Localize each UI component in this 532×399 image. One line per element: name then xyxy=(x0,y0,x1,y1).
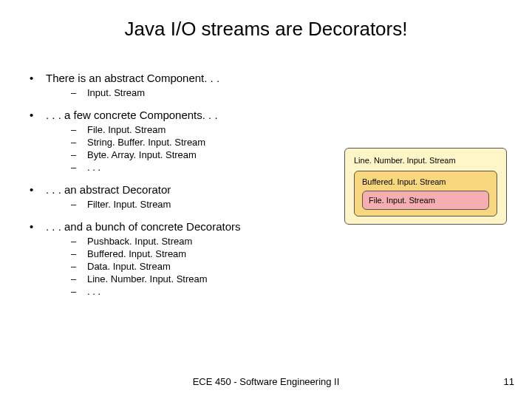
decorator-diagram: Line. Number. Input. Stream Buffered. In… xyxy=(344,148,514,225)
sub-text: . . . xyxy=(87,162,100,173)
sub-marker: – xyxy=(71,286,87,297)
sub-marker: – xyxy=(71,87,87,98)
sub-item: – Input. Stream xyxy=(71,87,532,98)
sub-marker: – xyxy=(71,261,87,272)
sub-marker: – xyxy=(71,149,87,160)
sub-item: –Pushback. Input. Stream xyxy=(71,236,532,247)
bullet-item: • There is an abstract Component. . . xyxy=(27,72,532,84)
sub-marker: – xyxy=(71,137,87,148)
sub-text: Buffered. Input. Stream xyxy=(87,248,186,259)
sub-text: String. Buffer. Input. Stream xyxy=(87,137,205,148)
page-number: 11 xyxy=(504,376,514,387)
sub-item: –Line. Number. Input. Stream xyxy=(71,273,532,284)
sub-marker: – xyxy=(71,199,87,210)
bullet-text: There is an abstract Component. . . xyxy=(46,72,219,84)
bullet-marker: • xyxy=(27,109,46,121)
sub-list: – Input. Stream xyxy=(71,87,532,98)
sub-marker: – xyxy=(71,162,87,173)
sub-text: Line. Number. Input. Stream xyxy=(87,273,208,284)
sub-item: –Data. Input. Stream xyxy=(71,261,532,272)
outer-box: Line. Number. Input. Stream Buffered. In… xyxy=(344,148,507,225)
sub-list: –Pushback. Input. Stream –Buffered. Inpu… xyxy=(71,236,532,297)
sub-text: . . . xyxy=(87,286,100,297)
bullet-text: . . . an abstract Decorator xyxy=(46,183,171,196)
bullet-marker: • xyxy=(27,72,46,84)
sub-item: –. . . xyxy=(71,286,532,297)
sub-text: File. Input. Stream xyxy=(87,124,166,135)
sub-marker: – xyxy=(71,236,87,247)
sub-text: Data. Input. Stream xyxy=(87,261,171,272)
bullet-marker: • xyxy=(27,183,46,196)
sub-text: Pushback. Input. Stream xyxy=(87,236,192,247)
inner-box: File. Input. Stream xyxy=(362,191,489,210)
sub-item: –File. Input. Stream xyxy=(71,124,532,135)
bullet-text: . . . a few concrete Components. . . xyxy=(46,109,218,121)
slide-title: Java I/O streams are Decorators! xyxy=(0,0,532,48)
bullet-marker: • xyxy=(27,220,46,233)
sub-text: Input. Stream xyxy=(87,87,145,98)
footer-text: ECE 450 - Software Engineering II xyxy=(0,376,532,387)
sub-text: Byte. Array. Input. Stream xyxy=(87,149,197,160)
mid-label: Buffered. Input. Stream xyxy=(362,177,489,186)
inner-label: File. Input. Stream xyxy=(369,196,435,205)
sub-text: Filter. Input. Stream xyxy=(87,199,171,210)
bullet-text: . . . and a bunch of concrete Decorators xyxy=(46,220,240,233)
sub-marker: – xyxy=(71,124,87,135)
sub-marker: – xyxy=(71,273,87,284)
sub-item: –String. Buffer. Input. Stream xyxy=(71,137,532,148)
mid-box: Buffered. Input. Stream File. Input. Str… xyxy=(354,171,497,216)
sub-marker: – xyxy=(71,248,87,259)
sub-item: –Buffered. Input. Stream xyxy=(71,248,532,259)
bullet-item: • . . . a few concrete Components. . . xyxy=(27,109,532,121)
outer-label: Line. Number. Input. Stream xyxy=(354,156,497,165)
